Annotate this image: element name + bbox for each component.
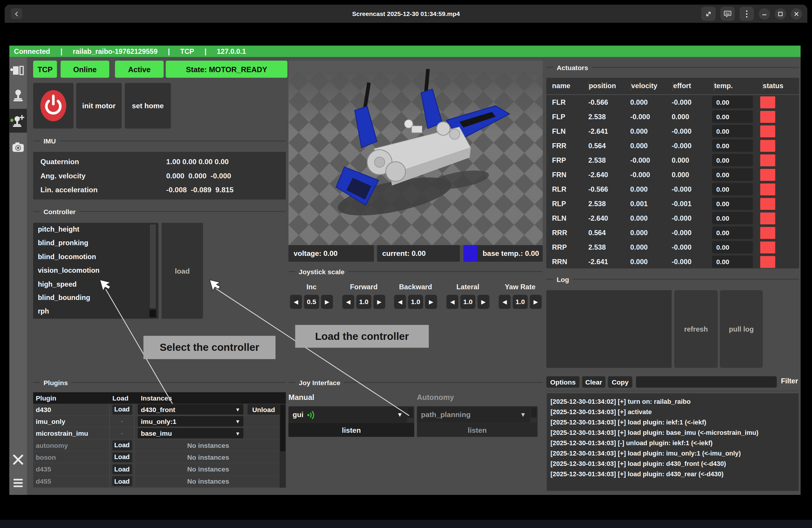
- controller-item[interactable]: rph: [33, 305, 158, 318]
- actuator-temp-value: 0.00: [712, 256, 753, 268]
- power-button[interactable]: [33, 83, 74, 128]
- init-motor-button[interactable]: init motor: [76, 83, 122, 128]
- filter-input[interactable]: [636, 376, 777, 388]
- clear-button[interactable]: Clear: [582, 376, 605, 388]
- maximize-button[interactable]: [775, 8, 786, 19]
- log-console[interactable]: [2025-12-30-01:34:02] [+] turn on: raila…: [546, 393, 799, 491]
- base-temp-box: base temp.: 0.00: [464, 245, 543, 262]
- pull-log-button[interactable]: pull log: [720, 290, 763, 368]
- plugin-instance-value: base_imu: [141, 429, 235, 437]
- plugin-unload-button[interactable]: Unload: [247, 404, 280, 415]
- set-home-button[interactable]: set home: [125, 83, 171, 128]
- sidebar-item-menu[interactable]: [10, 471, 27, 494]
- actuator-velocity: 0.000: [630, 142, 671, 149]
- actuator-temp-cell: 0.00: [712, 197, 760, 210]
- actuator-status-cell: [760, 256, 781, 268]
- actuator-status-cell: [760, 96, 781, 108]
- plugin-instance-dropdown[interactable]: d430_front▼: [138, 404, 243, 415]
- actuator-temp-cell: 0.00: [712, 183, 760, 195]
- window-controls: [701, 7, 802, 21]
- captions-button[interactable]: [720, 7, 735, 21]
- imu-row-value: 1.00 0.00 0.00 0.00: [166, 158, 229, 166]
- joystick-spinner: ◀1.0▶: [446, 295, 489, 309]
- plugin-row: autonomyLoadNo instances: [33, 440, 286, 452]
- protocol: TCP: [180, 47, 194, 55]
- autonomy-dropdown[interactable]: path_planning ▼: [417, 406, 537, 423]
- online-button[interactable]: Online: [61, 61, 110, 78]
- sidebar-item-camera[interactable]: [10, 136, 27, 159]
- plugin-instance-dropdown[interactable]: base_imu▼: [138, 428, 243, 438]
- controller-list: pitch_heightblind_pronkingblind_locomoti…: [33, 223, 158, 318]
- autonomy-listen-button[interactable]: listen: [417, 423, 537, 437]
- dropdown-scrollbar[interactable]: [407, 407, 414, 423]
- joystick-group: Inc◀0.5▶: [290, 283, 333, 309]
- controller-load-button[interactable]: load: [162, 223, 203, 318]
- copy-button[interactable]: Copy: [608, 376, 632, 388]
- tcp-button[interactable]: TCP: [33, 61, 57, 78]
- plugin-load-cell: Load: [110, 463, 134, 475]
- actuator-temp-cell: 0.00: [712, 96, 760, 108]
- actuator-effort: -0.000: [671, 258, 712, 266]
- status-badge: [760, 96, 775, 108]
- state-button[interactable]: State: MOTOR_READY: [166, 61, 288, 78]
- plugin-no-instances: No instances: [138, 454, 279, 461]
- controller-item[interactable]: blind_locomotion: [33, 250, 158, 264]
- ip-address: 127.0.0.1: [217, 47, 246, 55]
- spinner-decrement-button[interactable]: ◀: [342, 295, 354, 309]
- plugin-load-button[interactable]: Load: [112, 404, 132, 414]
- spinner-decrement-button[interactable]: ◀: [394, 295, 406, 309]
- actuator-temp-value: 0.00: [712, 241, 753, 254]
- actuators-table-header: name position velocity effort temp. stat…: [546, 78, 799, 95]
- status-badge: [760, 241, 775, 253]
- actuator-row: RLP2.5380.001-0.0010.00: [546, 196, 799, 211]
- plugin-load-cell: Load: [110, 452, 134, 463]
- refresh-button[interactable]: refresh: [674, 290, 718, 368]
- fullscreen-button[interactable]: [701, 7, 716, 21]
- spinner-increment-button[interactable]: ▶: [321, 295, 333, 309]
- spinner-decrement-button[interactable]: ◀: [499, 295, 510, 309]
- actuator-name: FLP: [546, 113, 588, 120]
- scrollbar-thumb[interactable]: [280, 405, 286, 452]
- manual-dropdown[interactable]: gui ▼: [289, 406, 415, 423]
- controller-scrollbar[interactable]: [149, 224, 157, 318]
- controller-item[interactable]: blind_pronking: [33, 237, 158, 250]
- plugin-row: microstrain_imu-base_imu▼: [33, 428, 286, 440]
- spinner-increment-button[interactable]: ▶: [425, 295, 437, 309]
- spinner-decrement-button[interactable]: ◀: [446, 295, 458, 309]
- connection-state: Connected: [14, 47, 50, 55]
- actuator-position: -0.566: [588, 185, 630, 193]
- minimize-button[interactable]: [759, 8, 770, 19]
- cursor-arrow-icon: [210, 280, 220, 291]
- options-button[interactable]: Options: [546, 376, 579, 388]
- manual-listen-button[interactable]: listen: [289, 423, 415, 437]
- actuator-name: RRR: [546, 229, 588, 236]
- dropdown-scrollbar[interactable]: [530, 407, 537, 423]
- plugin-load-button[interactable]: Load: [112, 452, 132, 462]
- sidebar-item-joystick[interactable]: [10, 84, 27, 107]
- imu-section-header: IMU: [33, 137, 286, 145]
- log-line: [2025-12-30-01:34:03] [+] load plugin: i…: [550, 417, 795, 427]
- controller-item[interactable]: vision_locomotion: [33, 264, 158, 277]
- actuator-status-cell: [760, 169, 781, 181]
- spinner-increment-button[interactable]: ▶: [373, 295, 385, 309]
- scrollbar-thumb[interactable]: [149, 225, 156, 309]
- close-button[interactable]: [791, 8, 802, 19]
- spinner-increment-button[interactable]: ▶: [477, 295, 489, 309]
- plugin-load-button[interactable]: Load: [112, 465, 132, 474]
- menu-kebab-button[interactable]: [740, 7, 754, 21]
- controller-item[interactable]: blind_bounding: [33, 291, 158, 305]
- spinner-decrement-button[interactable]: ◀: [290, 295, 302, 309]
- controller-item[interactable]: pitch_height: [33, 223, 158, 236]
- plugin-load-button[interactable]: Load: [112, 440, 132, 450]
- spinner-increment-button[interactable]: ▶: [530, 295, 541, 309]
- controller-item[interactable]: high_speed: [33, 277, 158, 291]
- plugin-load-button[interactable]: Load: [112, 476, 132, 486]
- 3d-viewport[interactable]: [289, 61, 543, 245]
- imu-row: Quaternion1.00 0.00 0.00 0.00: [41, 158, 279, 166]
- sidebar-item-close[interactable]: [10, 448, 27, 471]
- actuator-temp-cell: 0.00: [712, 125, 760, 137]
- plugin-instance-dropdown[interactable]: imu_only:1▼: [138, 416, 243, 427]
- active-button[interactable]: Active: [115, 61, 164, 78]
- active-dot-white: [10, 68, 13, 71]
- plugins-scrollbar[interactable]: [280, 404, 286, 488]
